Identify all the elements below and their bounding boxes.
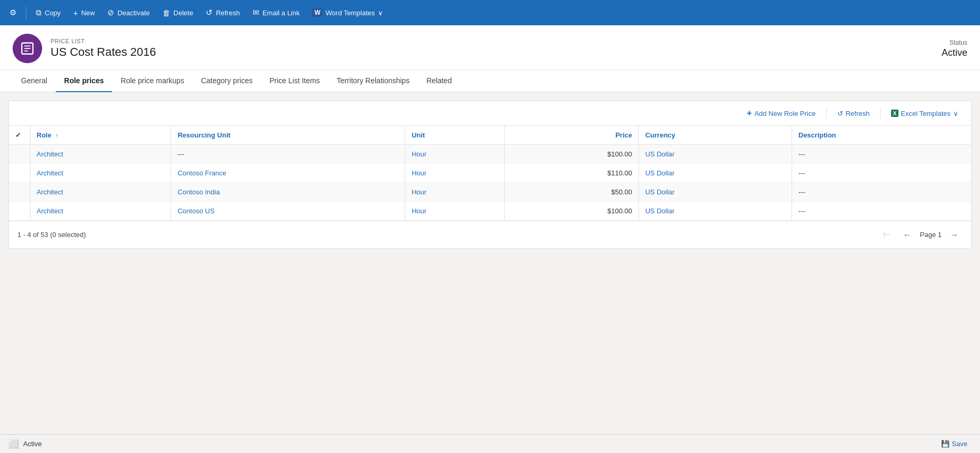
delete-label: Delete bbox=[174, 9, 194, 17]
prev-page-button[interactable]: ← bbox=[899, 228, 916, 242]
row-resourcing-unit: --- bbox=[171, 145, 405, 164]
excel-icon: X bbox=[891, 110, 898, 117]
grid-toolbar-sep-1 bbox=[826, 108, 827, 119]
main-toolbar: ⚙ ⧉ Copy + New ⊘ Deactivate 🗑 Delete ↺ R… bbox=[0, 0, 980, 25]
row-role[interactable]: Architect bbox=[30, 145, 171, 164]
add-icon: + bbox=[747, 109, 752, 118]
toolbar-divider-1 bbox=[26, 6, 26, 19]
settings-button[interactable]: ⚙ bbox=[4, 5, 22, 21]
save-button[interactable]: 💾 Save bbox=[937, 438, 972, 450]
tab-role-prices[interactable]: Role prices bbox=[56, 70, 112, 92]
main-content: + Add New Role Price ↺ Refresh X Excel T… bbox=[0, 92, 980, 434]
grid-refresh-button[interactable]: ↺ Refresh bbox=[833, 107, 874, 120]
col-unit[interactable]: Unit bbox=[405, 126, 505, 145]
row-currency[interactable]: US Dollar bbox=[638, 202, 792, 221]
row-price: $100.00 bbox=[504, 145, 638, 164]
col-resourcing-unit-label: Resourcing Unit bbox=[177, 131, 230, 139]
row-currency[interactable]: US Dollar bbox=[638, 164, 792, 183]
row-currency[interactable]: US Dollar bbox=[638, 145, 792, 164]
first-page-button[interactable]: ⊢ bbox=[879, 228, 895, 242]
deactivate-icon: ⊘ bbox=[107, 8, 114, 17]
save-label: Save bbox=[952, 440, 967, 448]
row-unit[interactable]: Hour bbox=[405, 145, 505, 164]
new-button[interactable]: + New bbox=[68, 5, 100, 21]
row-description: --- bbox=[792, 202, 972, 221]
copy-button[interactable]: ⧉ Copy bbox=[31, 5, 66, 21]
copy-icon: ⧉ bbox=[36, 8, 42, 17]
new-icon: + bbox=[73, 8, 78, 17]
col-currency-label: Currency bbox=[645, 131, 675, 139]
grid-container: + Add New Role Price ↺ Refresh X Excel T… bbox=[8, 101, 972, 249]
check-icon: ✓ bbox=[15, 131, 21, 139]
excel-dropdown-icon: ∨ bbox=[953, 110, 958, 117]
tab-general[interactable]: General bbox=[13, 70, 56, 92]
col-currency[interactable]: Currency bbox=[638, 126, 792, 145]
row-price: $100.00 bbox=[504, 202, 638, 221]
row-unit[interactable]: Hour bbox=[405, 183, 505, 202]
col-role-label: Role bbox=[37, 131, 52, 139]
table-row: Architect Contoso France Hour $110.00 US… bbox=[9, 164, 971, 183]
tabs-bar: General Role prices Role price markups C… bbox=[0, 70, 980, 92]
row-currency[interactable]: US Dollar bbox=[638, 183, 792, 202]
col-description-label: Description bbox=[798, 131, 836, 139]
tab-category-prices[interactable]: Category prices bbox=[193, 70, 261, 92]
row-resourcing-unit[interactable]: Contoso India bbox=[171, 183, 405, 202]
deactivate-button[interactable]: ⊘ Deactivate bbox=[102, 5, 155, 21]
word-dropdown-icon: ∨ bbox=[378, 9, 383, 17]
row-check[interactable] bbox=[9, 164, 30, 183]
row-role[interactable]: Architect bbox=[30, 183, 171, 202]
page-label: Page 1 bbox=[920, 231, 942, 239]
tab-role-price-markups[interactable]: Role price markups bbox=[112, 70, 193, 92]
refresh-label: Refresh bbox=[216, 9, 240, 17]
col-check[interactable]: ✓ bbox=[9, 126, 30, 145]
word-icon: W bbox=[312, 8, 322, 17]
row-unit[interactable]: Hour bbox=[405, 202, 505, 221]
col-unit-label: Unit bbox=[412, 131, 425, 139]
col-description[interactable]: Description bbox=[792, 126, 972, 145]
excel-templates-button[interactable]: X Excel Templates ∨ bbox=[887, 107, 963, 120]
table-row: Architect Contoso US Hour $100.00 US Dol… bbox=[9, 202, 971, 221]
pagination-controls: ⊢ ← Page 1 → bbox=[879, 228, 963, 242]
col-role[interactable]: Role ↑ bbox=[30, 126, 171, 145]
next-page-button[interactable]: → bbox=[946, 228, 963, 242]
record-type: PRICE LIST bbox=[51, 38, 933, 44]
tab-related[interactable]: Related bbox=[418, 70, 460, 92]
row-check[interactable] bbox=[9, 202, 30, 221]
refresh-icon: ↺ bbox=[206, 8, 213, 17]
row-role[interactable]: Architect bbox=[30, 202, 171, 221]
row-unit[interactable]: Hour bbox=[405, 164, 505, 183]
status-label: Status bbox=[942, 39, 967, 46]
record-info: PRICE LIST US Cost Rates 2016 bbox=[51, 38, 933, 59]
email-button[interactable]: ✉ Email a Link bbox=[247, 5, 305, 21]
row-check[interactable] bbox=[9, 183, 30, 202]
add-button-label: Add New Role Price bbox=[754, 110, 815, 117]
pagination-summary: 1 - 4 of 53 (0 selected) bbox=[17, 231, 86, 239]
row-role[interactable]: Architect bbox=[30, 164, 171, 183]
add-new-role-price-button[interactable]: + Add New Role Price bbox=[743, 106, 820, 120]
grid-refresh-icon: ↺ bbox=[837, 110, 843, 117]
email-label: Email a Link bbox=[263, 9, 300, 17]
save-icon: 💾 bbox=[941, 440, 949, 448]
record-status: Status Active bbox=[942, 39, 967, 58]
role-prices-table: ✓ Role ↑ Resourcing Unit Unit Price bbox=[9, 126, 971, 221]
word-templates-label: Word Templates bbox=[326, 9, 375, 17]
grid-toolbar-sep-2 bbox=[880, 108, 881, 119]
col-resourcing-unit[interactable]: Resourcing Unit bbox=[171, 126, 405, 145]
tab-price-list-items[interactable]: Price List Items bbox=[261, 70, 328, 92]
status-left: ⬜ Active bbox=[8, 439, 42, 449]
refresh-button[interactable]: ↺ Refresh bbox=[201, 5, 245, 21]
row-check[interactable] bbox=[9, 145, 30, 164]
row-description: --- bbox=[792, 164, 972, 183]
price-list-icon bbox=[20, 41, 35, 56]
settings-icon: ⚙ bbox=[9, 8, 16, 17]
col-price-label: Price bbox=[615, 131, 632, 139]
tab-territory-relationships[interactable]: Territory Relationships bbox=[328, 70, 418, 92]
status-bar-icon: ⬜ bbox=[8, 439, 19, 449]
row-resourcing-unit[interactable]: Contoso US bbox=[171, 202, 405, 221]
word-templates-button[interactable]: W Word Templates ∨ bbox=[307, 5, 388, 20]
col-price[interactable]: Price bbox=[504, 126, 638, 145]
record-name: US Cost Rates 2016 bbox=[51, 45, 933, 59]
row-resourcing-unit[interactable]: Contoso France bbox=[171, 164, 405, 183]
row-description: --- bbox=[792, 145, 972, 164]
delete-button[interactable]: 🗑 Delete bbox=[157, 5, 199, 21]
